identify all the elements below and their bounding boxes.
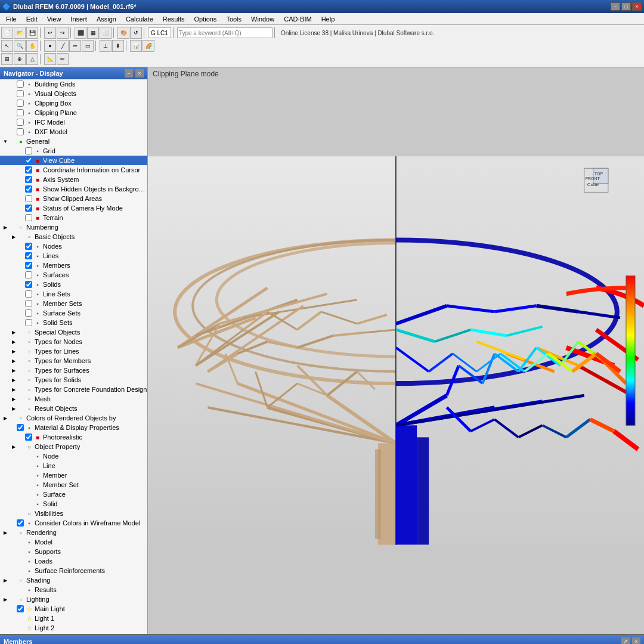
checkbox-clipping-box[interactable]	[17, 100, 24, 107]
expander-shading[interactable]: ▶	[2, 577, 8, 583]
tree-item-member-sets[interactable]: ▪Member Sets	[0, 299, 147, 308]
tree-item-shading[interactable]: ▶▫Shading	[0, 575, 147, 585]
tree-item-mesh[interactable]: ▶▫Mesh	[0, 394, 147, 404]
tree-item-types-surfaces[interactable]: ▶▫Types for Surfaces	[0, 366, 147, 375]
undo-btn[interactable]: ↩	[44, 27, 56, 39]
select-btn[interactable]: ↖	[1, 40, 13, 52]
tree-item-consider-colors[interactable]: ▪Consider Colors in Wireframe Model	[0, 518, 147, 528]
expander-types-lines[interactable]: ▶	[11, 348, 17, 354]
tree-item-solid-prop[interactable]: ▪Solid	[0, 499, 147, 509]
tree-item-nodes[interactable]: ▪Nodes	[0, 242, 147, 251]
view-btn2[interactable]: ▦	[87, 27, 99, 39]
view-btn3[interactable]: ⬜	[100, 27, 112, 39]
checkbox-members[interactable]	[25, 262, 32, 269]
menu-item-tools[interactable]: Tools	[221, 14, 246, 24]
snap-btn2[interactable]: ⊕	[14, 53, 26, 65]
tree-item-members[interactable]: ▪Members	[0, 261, 147, 270]
surface-btn[interactable]: ▭	[82, 40, 94, 52]
tree-item-camera-fly[interactable]: ■Status of Camera Fly Mode	[0, 203, 147, 213]
tree-item-object-property[interactable]: ▶○Object Property	[0, 442, 147, 451]
checkbox-photorealistic[interactable]	[25, 434, 32, 441]
tree-item-supports[interactable]: ▪Supports	[0, 547, 147, 556]
tree-item-axis-system[interactable]: ■Axis System	[0, 175, 147, 184]
checkbox-solids-obj[interactable]	[25, 281, 32, 288]
tree-item-light1[interactable]: ☆Light 1	[0, 614, 147, 623]
checkbox-grid[interactable]	[25, 147, 32, 154]
checkbox-member-sets[interactable]	[25, 300, 32, 307]
tree-item-result-objects[interactable]: ▶▫Result Objects	[0, 404, 147, 413]
nav-close-btn[interactable]: ×	[135, 69, 144, 78]
tree-item-types-concrete[interactable]: ▶▫Types for Concrete Foundation Design	[0, 385, 147, 394]
tree-item-clipping-box[interactable]: ▪Clipping Box	[0, 98, 147, 108]
expander-rendering[interactable]: ▶	[2, 530, 8, 535]
tree-item-surface-prop[interactable]: ▪Surface	[0, 490, 147, 499]
expander-result-objects[interactable]: ▶	[11, 405, 17, 411]
menu-item-insert[interactable]: Insert	[66, 14, 92, 24]
rotate-btn[interactable]: ↺	[130, 27, 142, 39]
checkbox-dxf-model[interactable]	[17, 128, 24, 135]
menu-item-cad-bim[interactable]: CAD-BIM	[279, 14, 316, 24]
tree-item-colors-rendered[interactable]: ▶▫Colors of Rendered Objects by	[0, 413, 147, 423]
tree-item-types-nodes[interactable]: ▶▫Types for Nodes	[0, 337, 147, 346]
menu-item-view[interactable]: View	[42, 14, 66, 24]
tree-item-ifc-model[interactable]: ▪IFC Model	[0, 117, 147, 127]
member-btn[interactable]: ═	[69, 40, 81, 52]
tree-item-show-hidden[interactable]: ■Show Hidden Objects in Background	[0, 184, 147, 194]
render-btn[interactable]: 🎨	[117, 27, 129, 39]
snap-btn3[interactable]: △	[26, 53, 38, 65]
expander-mesh[interactable]: ▶	[11, 396, 17, 402]
tree-item-line-sets[interactable]: ▪Line Sets	[0, 289, 147, 299]
tree-item-view-cube[interactable]: ■View Cube	[0, 156, 147, 165]
tree-item-surface-sets[interactable]: ▪Surface Sets	[0, 308, 147, 318]
result-diagram-btn[interactable]: 📊	[130, 40, 142, 52]
menu-item-assign[interactable]: Assign	[92, 14, 121, 24]
tree-item-line-prop[interactable]: ▪Line	[0, 461, 147, 470]
bottom-panel-close-btn[interactable]: ×	[632, 637, 640, 644]
zoom-btn[interactable]: 🔍	[14, 40, 26, 52]
menu-item-help[interactable]: Help	[317, 14, 340, 24]
tree-item-solid-sets[interactable]: ▪Solid Sets	[0, 318, 147, 327]
node-btn[interactable]: ●	[44, 40, 56, 52]
tree-item-grid[interactable]: ▪Grid	[0, 146, 147, 156]
menu-item-results[interactable]: Results	[158, 14, 190, 24]
checkbox-line-sets[interactable]	[25, 290, 32, 298]
save-btn[interactable]: 💾	[26, 27, 38, 39]
expander-special-objects[interactable]: ▶	[11, 329, 17, 335]
expander-types-surfaces[interactable]: ▶	[11, 367, 17, 373]
menu-item-options[interactable]: Options	[189, 14, 221, 24]
redo-btn[interactable]: ↪	[57, 27, 69, 39]
checkbox-show-clipped[interactable]	[25, 195, 32, 202]
line-btn[interactable]: ╱	[57, 40, 69, 52]
color-scale-btn[interactable]: 🌈	[143, 40, 154, 52]
tree-item-node-prop[interactable]: ▪Node	[0, 451, 147, 461]
annotate-btn[interactable]: ✏	[57, 53, 69, 65]
expander-general[interactable]: ▼	[2, 138, 8, 144]
checkbox-ifc-model[interactable]	[17, 119, 24, 126]
checkbox-clipping-plane[interactable]	[17, 109, 24, 116]
checkbox-building-grids[interactable]	[17, 80, 24, 88]
tree-item-terrain[interactable]: ■Terrain	[0, 213, 147, 222]
checkbox-visual-objects[interactable]	[17, 90, 24, 97]
menu-item-window[interactable]: Window	[246, 14, 279, 24]
menu-item-calculate[interactable]: Calculate	[121, 14, 158, 24]
expander-basic-objects[interactable]: ▶	[11, 234, 17, 240]
tree-item-numbering[interactable]: ▶▫Numbering	[0, 222, 147, 232]
checkbox-consider-colors[interactable]	[17, 519, 24, 527]
search-input[interactable]	[177, 27, 273, 38]
snap-btn1[interactable]: ⊞	[1, 53, 13, 65]
checkbox-material-display[interactable]	[17, 424, 24, 431]
expander-types-nodes[interactable]: ▶	[11, 339, 17, 345]
checkbox-nodes[interactable]	[25, 243, 32, 250]
tree-item-coordinate-info[interactable]: ■Coordinate Information on Cursor	[0, 165, 147, 175]
checkbox-terrain[interactable]	[25, 214, 32, 221]
minimize-button[interactable]: −	[611, 2, 620, 11]
tree-item-show-clipped[interactable]: ■Show Clipped Areas	[0, 194, 147, 203]
tree-item-light3[interactable]: ☆Light 3	[0, 633, 147, 634]
tree-item-types-members[interactable]: ▶▫Types for Members	[0, 356, 147, 366]
maximize-button[interactable]: □	[621, 2, 631, 11]
new-btn[interactable]: 📄	[1, 27, 13, 39]
tree-item-special-objects[interactable]: ▶▫Special Objects	[0, 327, 147, 337]
tree-item-member-prop[interactable]: ▪Member	[0, 470, 147, 480]
tree-item-lines[interactable]: ▪Lines	[0, 251, 147, 261]
bottom-panel-float-btn[interactable]: ↗	[621, 637, 630, 644]
